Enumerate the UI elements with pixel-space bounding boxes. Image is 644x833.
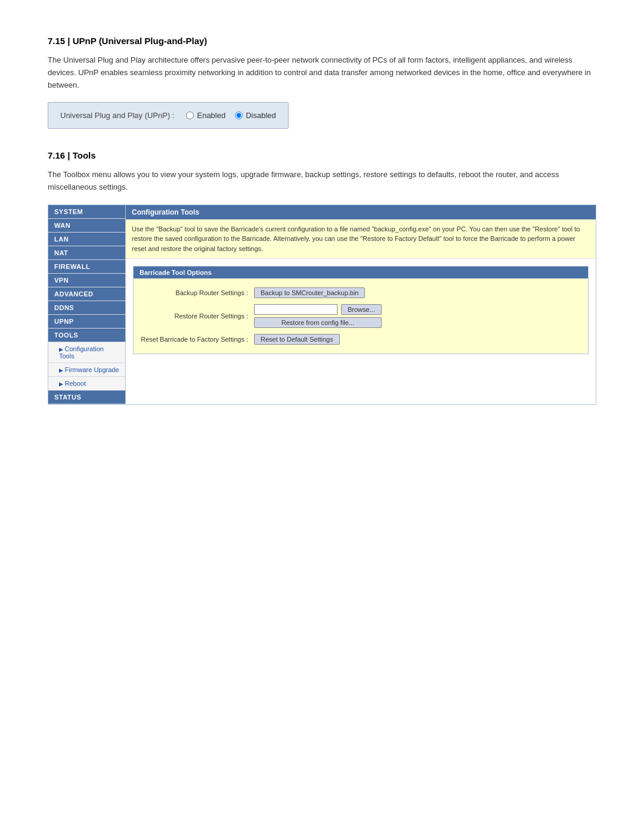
upnp-disabled-label: Disabled (246, 111, 276, 120)
upnp-radio-group: Enabled Disabled (186, 111, 275, 120)
sidebar-item-status[interactable]: STATUS (48, 391, 125, 404)
reset-label: Reset Barricade to Factory Settings : (141, 336, 248, 343)
config-title-bar: Configuration Tools (126, 205, 596, 219)
backup-button[interactable]: Backup to SMCrouter_backup.bin (254, 287, 365, 298)
sidebar-item-advanced[interactable]: ADVANCED (48, 287, 125, 301)
sidebar-item-system[interactable]: SYSTEM (48, 205, 125, 219)
upnp-field-label: Universal Plug and Play (UPnP) : (60, 111, 174, 120)
sidebar-item-wan[interactable]: WAN (48, 219, 125, 233)
section-716-title: 7.16 | Tools (48, 150, 596, 160)
restore-config-button[interactable]: Restore from config file... (254, 317, 382, 328)
sidebar-item-reboot[interactable]: Reboot (48, 377, 125, 391)
upnp-disabled-radio[interactable] (235, 112, 243, 119)
sidebar-item-upnp[interactable]: UPnP (48, 315, 125, 329)
restore-input-group: Browse... (254, 304, 382, 315)
reset-row: Reset Barricade to Factory Settings : Re… (134, 331, 588, 348)
section-715-description: The Universal Plug and Play architecture… (48, 54, 596, 91)
sidebar-item-config-tools[interactable]: Configuration Tools (48, 342, 125, 363)
section-715-title: 7.15 | UPnP (Universal Plug-and-Play) (48, 36, 596, 46)
backup-row: Backup Router Settings : Backup to SMCro… (134, 284, 588, 301)
sidebar-item-ddns[interactable]: DDNS (48, 301, 125, 315)
upnp-enabled-radio[interactable] (186, 112, 194, 119)
backup-label: Backup Router Settings : (141, 289, 248, 296)
browse-button[interactable]: Browse... (341, 304, 382, 315)
tool-options-box: Barricade Tool Options Backup Router Set… (133, 266, 589, 354)
sidebar-item-firmware[interactable]: Firmware Upgrade (48, 363, 125, 377)
upnp-disabled-option[interactable]: Disabled (235, 111, 276, 120)
restore-group: Browse... Restore from config file... (254, 304, 382, 328)
config-description: Use the "Backup" tool to save the Barric… (126, 219, 596, 259)
sidebar-item-nat[interactable]: NAT (48, 246, 125, 260)
restore-file-input[interactable] (254, 304, 338, 315)
router-panel: SYSTEM WAN LAN NAT FIREWALL VPN ADVANCED… (48, 205, 596, 405)
reset-button[interactable]: Reset to Default Settings (254, 334, 340, 345)
upnp-enabled-option[interactable]: Enabled (186, 111, 225, 120)
sidebar-item-vpn[interactable]: VPN (48, 274, 125, 287)
main-config-content: Configuration Tools Use the "Backup" too… (126, 205, 596, 404)
tool-options-body: Backup Router Settings : Backup to SMCro… (134, 278, 588, 354)
upnp-enabled-label: Enabled (197, 111, 225, 120)
upnp-settings-box: Universal Plug and Play (UPnP) : Enabled… (48, 102, 289, 129)
restore-row: Restore Router Settings : Browse... Rest… (134, 301, 588, 331)
section-716-description: The Toolbox menu allows you to view your… (48, 169, 596, 194)
restore-label: Restore Router Settings : (141, 312, 248, 320)
sidebar-nav: SYSTEM WAN LAN NAT FIREWALL VPN ADVANCED… (48, 205, 126, 404)
sidebar-item-lan[interactable]: LAN (48, 233, 125, 246)
tool-options-title: Barricade Tool Options (134, 267, 588, 278)
sidebar-item-tools[interactable]: TOOLS (48, 329, 125, 342)
sidebar-item-firewall[interactable]: FIREWALL (48, 260, 125, 274)
